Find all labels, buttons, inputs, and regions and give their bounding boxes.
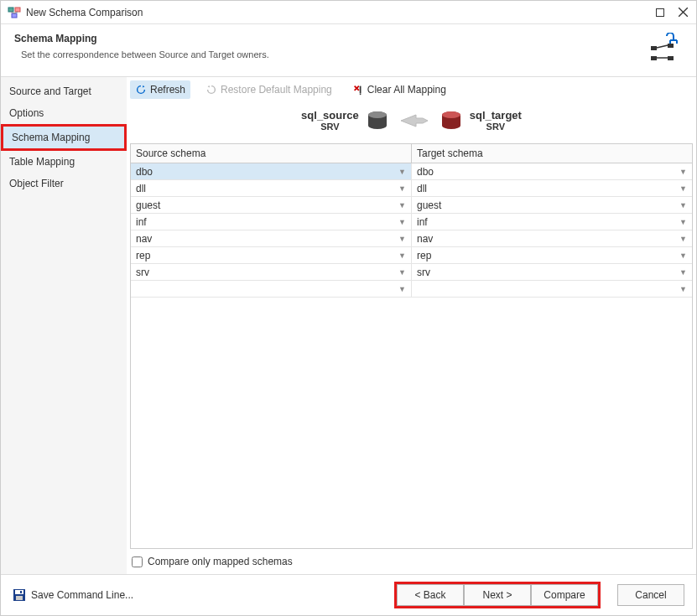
schema-map-icon — [649, 33, 683, 65]
compare-button[interactable]: Compare — [531, 584, 598, 606]
sidebar-item-schema-mapping[interactable]: Schema Mapping — [1, 124, 127, 151]
target-name: sql_target — [470, 109, 522, 122]
mapping-table: Source schema Target schema dbo▼dbo▼dll▼… — [130, 143, 693, 549]
chevron-down-icon: ▼ — [398, 235, 406, 243]
clear-icon — [352, 84, 364, 96]
source-schema-cell[interactable]: ▼ — [131, 281, 412, 297]
page-title: Schema Mapping — [14, 33, 683, 44]
source-db-icon — [366, 111, 389, 131]
svg-point-16 — [360, 93, 362, 95]
svg-point-20 — [442, 111, 460, 118]
svg-rect-0 — [8, 8, 13, 12]
target-schema-cell[interactable]: dll▼ — [412, 180, 692, 196]
svg-rect-9 — [651, 56, 657, 60]
target-schema-cell[interactable]: nav▼ — [412, 230, 692, 246]
chevron-down-icon: ▼ — [679, 235, 687, 243]
chevron-down-icon: ▼ — [679, 268, 687, 277]
save-command-line-link[interactable]: Save Command Line... — [31, 589, 133, 601]
svg-rect-2 — [12, 13, 17, 18]
toolbar: Refresh Restore Default Mapping Clear Al… — [127, 77, 696, 102]
svg-rect-8 — [668, 44, 674, 48]
chevron-down-icon: ▼ — [398, 168, 406, 176]
source-schema-cell[interactable]: dll▼ — [131, 180, 412, 196]
chevron-down-icon: ▼ — [679, 168, 687, 176]
svg-rect-24 — [20, 591, 22, 593]
target-schema-header[interactable]: Target schema — [412, 144, 692, 163]
titlebar: New Schema Comparison — [1, 1, 696, 24]
arrow-icon — [399, 112, 429, 129]
table-row: ▼▼ — [131, 281, 692, 298]
target-schema-cell[interactable]: rep▼ — [412, 247, 692, 263]
chevron-down-icon: ▼ — [679, 251, 687, 260]
app-icon — [8, 6, 21, 19]
target-schema-cell[interactable]: srv▼ — [412, 264, 692, 280]
table-row: dbo▼dbo▼ — [131, 163, 692, 180]
cancel-button[interactable]: Cancel — [617, 584, 684, 606]
target-schema-cell[interactable]: guest▼ — [412, 197, 692, 213]
chevron-down-icon: ▼ — [679, 201, 687, 210]
sidebar: Source and TargetOptionsSchema MappingTa… — [1, 77, 127, 574]
table-row: dll▼dll▼ — [131, 180, 692, 197]
source-schema-header[interactable]: Source schema — [131, 144, 412, 163]
main-panel: Refresh Restore Default Mapping Clear Al… — [127, 77, 696, 574]
footer: Save Command Line... < Back Next > Compa… — [1, 574, 696, 615]
source-schema-cell[interactable]: nav▼ — [131, 230, 412, 246]
page-subtitle: Set the correspondence between Source an… — [14, 49, 683, 60]
table-row: rep▼rep▼ — [131, 247, 692, 264]
clear-all-button[interactable]: Clear All Mapping — [347, 80, 451, 99]
chevron-down-icon: ▼ — [398, 251, 406, 260]
svg-point-18 — [368, 111, 387, 118]
svg-rect-23 — [16, 596, 23, 600]
source-schema-cell[interactable]: guest▼ — [131, 197, 412, 213]
clear-label: Clear All Mapping — [367, 84, 446, 96]
compare-only-mapped-checkbox[interactable] — [132, 556, 143, 567]
content-area: Source and TargetOptionsSchema MappingTa… — [1, 76, 696, 574]
chevron-down-icon: ▼ — [679, 184, 687, 193]
next-button[interactable]: Next > — [464, 584, 531, 606]
source-sub: SRV — [301, 122, 359, 132]
svg-rect-22 — [15, 590, 23, 594]
close-button[interactable] — [676, 6, 689, 19]
restore-label: Restore Default Mapping — [221, 84, 332, 96]
svg-rect-7 — [651, 46, 657, 50]
source-schema-cell[interactable]: dbo▼ — [131, 163, 412, 179]
refresh-icon — [135, 84, 147, 96]
sidebar-item-source-and-target[interactable]: Source and Target — [1, 80, 127, 102]
source-name: sql_source — [301, 109, 359, 122]
target-db-icon — [440, 111, 463, 131]
target-schema-cell[interactable]: inf▼ — [412, 214, 692, 230]
page-header: Schema Mapping Set the correspondence be… — [1, 24, 696, 76]
source-schema-cell[interactable]: srv▼ — [131, 264, 412, 280]
target-schema-cell[interactable]: ▼ — [412, 281, 692, 297]
maximize-button[interactable] — [656, 8, 664, 17]
refresh-button[interactable]: Refresh — [130, 80, 190, 99]
table-row: inf▼inf▼ — [131, 214, 692, 230]
target-schema-cell[interactable]: dbo▼ — [412, 163, 692, 179]
restore-default-button: Restore Default Mapping — [200, 80, 337, 99]
chevron-down-icon: ▼ — [398, 184, 406, 193]
sidebar-item-table-mapping[interactable]: Table Mapping — [1, 151, 127, 173]
restore-icon — [205, 84, 217, 96]
table-row: srv▼srv▼ — [131, 264, 692, 281]
save-icon — [13, 588, 26, 602]
chevron-down-icon: ▼ — [398, 268, 406, 277]
window-title: New Schema Comparison — [26, 7, 656, 18]
chevron-down-icon: ▼ — [679, 285, 687, 293]
svg-line-11 — [657, 45, 668, 48]
sidebar-item-object-filter[interactable]: Object Filter — [1, 173, 127, 194]
source-schema-cell[interactable]: rep▼ — [131, 247, 412, 263]
back-button[interactable]: < Back — [397, 584, 464, 606]
svg-rect-1 — [15, 8, 20, 12]
table-row: nav▼nav▼ — [131, 230, 692, 247]
sidebar-item-options[interactable]: Options — [1, 102, 127, 124]
compare-only-mapped-label[interactable]: Compare only mapped schemas — [148, 556, 293, 567]
source-schema-cell[interactable]: inf▼ — [131, 214, 412, 230]
table-row: guest▼guest▼ — [131, 197, 692, 214]
refresh-label: Refresh — [150, 84, 185, 96]
chevron-down-icon: ▼ — [679, 218, 687, 226]
chevron-down-icon: ▼ — [398, 285, 406, 293]
target-sub: SRV — [470, 122, 522, 132]
chevron-down-icon: ▼ — [398, 218, 406, 226]
wizard-button-group: < Back Next > Compare — [394, 582, 601, 608]
svg-rect-10 — [668, 56, 674, 60]
